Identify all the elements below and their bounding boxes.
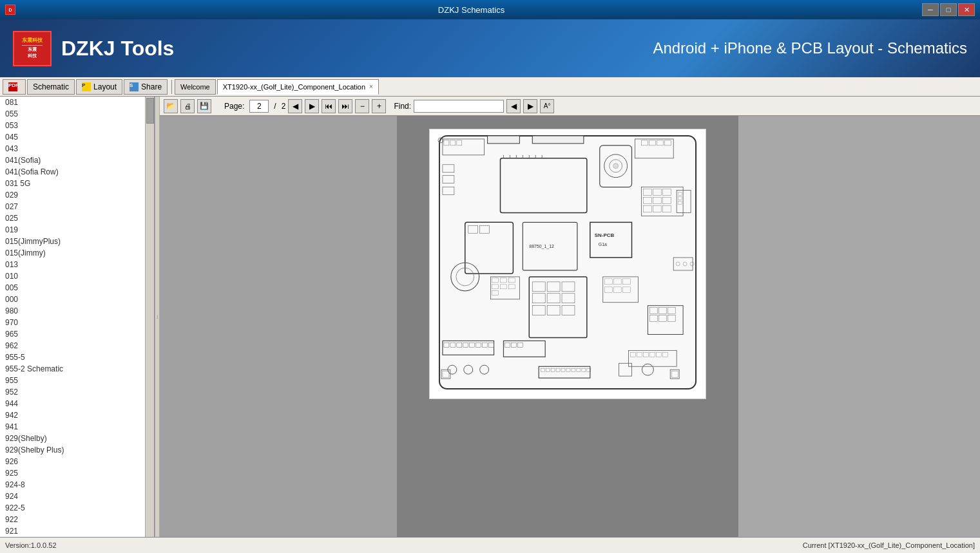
svg-rect-1: [488, 136, 520, 144]
sidebar-item[interactable]: 053: [0, 120, 154, 131]
sidebar-item[interactable]: 000: [0, 294, 154, 305]
close-tab-btn[interactable]: ×: [369, 83, 373, 90]
sidebar-item[interactable]: 929(Shelby): [0, 433, 154, 444]
close-button[interactable]: ✕: [958, 3, 975, 16]
sidebar-item[interactable]: 929(Shelby Plus): [0, 444, 154, 456]
page-separator: /: [274, 102, 276, 111]
print-btn[interactable]: 🖨: [180, 99, 195, 113]
sidebar-item[interactable]: 925: [0, 467, 154, 479]
sidebar-item[interactable]: 027: [0, 201, 154, 212]
sidebar-item[interactable]: 041(Sofia): [0, 155, 154, 166]
version-label: Version:1.0.0.52: [5, 541, 57, 549]
sidebar-item[interactable]: 005: [0, 282, 154, 294]
sidebar-list: 081055053045043041(Sofia)041(Sofia Row)0…: [0, 97, 154, 537]
zoom-out-btn[interactable]: −: [355, 99, 369, 113]
sidebar-item[interactable]: 924: [0, 491, 154, 502]
document-tab[interactable]: XT1920-xx_(Golf_Lite)_Component_Location…: [217, 79, 379, 95]
open-file-btn[interactable]: 📂: [164, 99, 178, 113]
main-layout: 081055053045043041(Sofia)041(Sofia Row)0…: [0, 97, 980, 537]
svg-rect-0: [439, 136, 696, 389]
find-prev-btn[interactable]: ◀: [506, 99, 521, 113]
chip-label-88750: 88750_1_12: [529, 244, 554, 249]
last-page-btn[interactable]: ⏭: [338, 99, 352, 113]
main-toolbar: PDF Schematic P Layout S Share Welcome X…: [0, 77, 980, 97]
sidebar-item[interactable]: 942: [0, 409, 154, 421]
sidebar-item[interactable]: 025: [0, 212, 154, 224]
resize-handle[interactable]: ⁞: [155, 97, 160, 537]
header-banner: 东震科技 东震科技 DZKJ Tools Android + iPhone & …: [0, 19, 980, 77]
share-label: Share: [141, 82, 162, 91]
pads-icon: P: [82, 82, 91, 91]
page-total: 2: [282, 102, 286, 111]
sidebar-item[interactable]: 962: [0, 340, 154, 351]
sidebar-item[interactable]: 922: [0, 514, 154, 525]
welcome-tab[interactable]: Welcome: [175, 79, 216, 95]
sidebar-item[interactable]: 922-5: [0, 502, 154, 514]
schematic-label: Schematic: [33, 82, 69, 91]
pads-tab-btn[interactable]: P Layout: [76, 79, 122, 95]
window-controls: ─ □ ✕: [922, 3, 975, 16]
sidebar-item[interactable]: 970: [0, 317, 154, 328]
sidebar-item[interactable]: 955: [0, 375, 154, 386]
pdf-content: 88750_1_12 SN-PCB G1a: [160, 116, 980, 537]
sidebar-item[interactable]: 921: [0, 525, 154, 537]
pdf-icon: PDF: [8, 82, 17, 91]
page-label: Page:: [224, 102, 244, 111]
document-tab-label: XT1920-xx_(Golf_Lite)_Component_Location: [223, 83, 365, 91]
app-icon: D: [5, 5, 15, 15]
snpcb-label: SN-PCB: [595, 232, 615, 238]
sidebar-item[interactable]: 031 5G: [0, 178, 154, 189]
sidebar-item[interactable]: 045: [0, 131, 154, 143]
sidebar-scrollbar[interactable]: [145, 97, 154, 537]
statusbar: Version:1.0.0.52 Current [XT1920-xx_(Gol…: [0, 537, 980, 553]
sidebar-item[interactable]: 043: [0, 143, 154, 155]
pdf-tab-btn[interactable]: PDF: [3, 79, 26, 95]
zoom-in-btn[interactable]: +: [372, 99, 386, 113]
share-tab-btn[interactable]: S Share: [124, 79, 168, 95]
find-input[interactable]: [414, 100, 504, 113]
sidebar-item[interactable]: 019: [0, 224, 154, 236]
find-next-btn[interactable]: ▶: [523, 99, 537, 113]
sidebar-item[interactable]: 055: [0, 108, 154, 120]
next-page-btn[interactable]: ▶: [305, 99, 319, 113]
schematic-tab-btn[interactable]: Schematic: [27, 79, 75, 95]
logo-subtitle: 东震科技: [22, 45, 43, 59]
minimize-button[interactable]: ─: [922, 3, 939, 16]
snpcb-sublabel: G1a: [599, 242, 607, 247]
sidebar-item[interactable]: 952: [0, 386, 154, 398]
share-icon: S: [130, 82, 139, 91]
sidebar-item[interactable]: 955-5: [0, 351, 154, 363]
sidebar-item[interactable]: 081: [0, 97, 154, 108]
brand-name: DZKJ Tools: [61, 37, 174, 61]
prev-page-btn[interactable]: ◀: [288, 99, 302, 113]
find-label: Find:: [394, 102, 411, 111]
sidebar-item[interactable]: 926: [0, 456, 154, 467]
maximize-button[interactable]: □: [940, 3, 957, 16]
welcome-tab-label: Welcome: [180, 83, 210, 91]
sidebar-item[interactable]: 010: [0, 270, 154, 282]
sidebar-item[interactable]: 944: [0, 398, 154, 409]
sidebar-item[interactable]: 980: [0, 305, 154, 317]
scrollbar-thumb[interactable]: [146, 98, 154, 124]
viewer-area: 📂 🖨 💾 Page: / 2 ◀ ▶ ⏮ ⏭ − + Find: ◀ ▶ A°: [160, 97, 980, 537]
sidebar-item[interactable]: 015(JimmyPlus): [0, 236, 154, 247]
titlebar: D DZKJ Schematics ─ □ ✕: [0, 0, 980, 19]
first-page-btn[interactable]: ⏮: [322, 99, 336, 113]
svg-point-23: [613, 164, 619, 169]
sidebar-item[interactable]: 013: [0, 259, 154, 270]
find-options-btn[interactable]: A°: [540, 99, 554, 113]
page-number-input[interactable]: [249, 100, 269, 113]
window-title: DZKJ Schematics: [21, 5, 922, 15]
save-btn[interactable]: 💾: [197, 99, 211, 113]
sidebar-item[interactable]: 965: [0, 328, 154, 340]
sidebar-item[interactable]: 924-8: [0, 479, 154, 491]
pdf-left-panel: [160, 116, 397, 537]
sidebar-item[interactable]: 041(Sofia Row): [0, 166, 154, 178]
sidebar-item[interactable]: 955-2 Schematic: [0, 363, 154, 375]
sidebar: 081055053045043041(Sofia)041(Sofia Row)0…: [0, 97, 155, 537]
sidebar-item[interactable]: 015(Jimmy): [0, 247, 154, 259]
sidebar-item[interactable]: 941: [0, 421, 154, 433]
right-gray-panel: [738, 116, 980, 537]
sidebar-item[interactable]: 029: [0, 189, 154, 201]
logo-box: 东震科技 东震科技: [13, 31, 52, 66]
